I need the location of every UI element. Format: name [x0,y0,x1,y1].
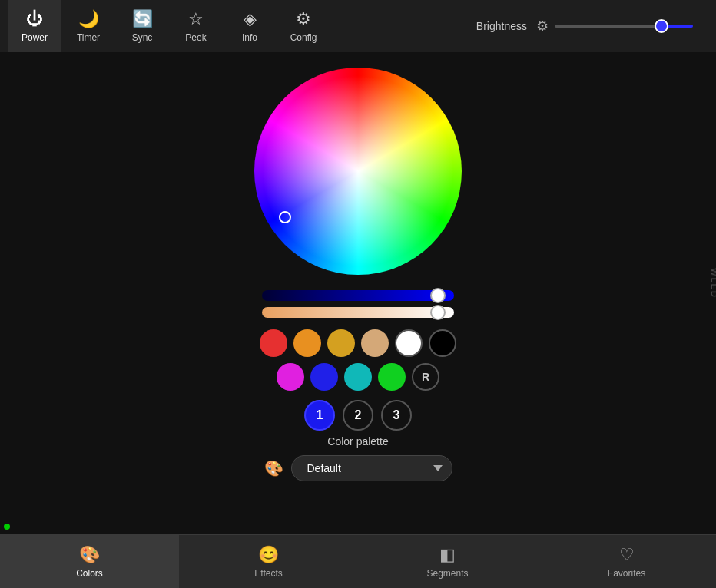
swatch-orange[interactable] [293,329,321,357]
favorites-icon: ♡ [619,545,635,565]
blue-slider[interactable] [262,290,454,301]
palette-num-2[interactable]: 2 [343,400,373,431]
nav-label-peek: Peek [185,32,206,43]
swatch-random[interactable]: R [412,363,439,391]
white-slider[interactable] [262,307,454,318]
config-icon: ⚙ [296,9,311,29]
bottom-nav-label-segments: Segments [426,568,468,579]
bottom-nav-effects[interactable]: 😊 Effects [179,535,358,588]
swatch-teal[interactable] [344,363,372,391]
peek-icon: ☆ [188,9,204,29]
nav-label-config: Config [290,32,317,43]
nav-item-sync[interactable]: 🔄 Sync [115,0,169,52]
color-wheel-container[interactable] [254,68,462,275]
color-swatches: R [260,329,456,391]
nav-label-sync: Sync [132,32,153,43]
bottom-nav-label-colors: Colors [76,568,103,579]
nav-label-power: Power [22,32,48,43]
palette-color-icon: 🎨 [264,459,283,477]
colors-icon: 🎨 [79,545,100,565]
wled-label: WLED [710,268,716,299]
swatch-row-1 [260,329,456,357]
sliders-section [262,290,454,318]
swatch-red[interactable] [260,329,287,357]
color-wheel[interactable] [254,68,462,275]
segments-icon: ◧ [439,545,456,565]
nav-item-info[interactable]: ◈ Info [223,0,277,52]
swatch-magenta[interactable] [277,363,304,391]
bottom-nav-label-favorites: Favorites [608,568,645,579]
bottom-nav: 🎨 Colors 😊 Effects ◧ Segments ♡ Favorite… [0,534,716,588]
palette-num-1[interactable]: 1 [304,400,335,431]
brightness-slider[interactable] [555,25,693,28]
palette-label: Color palette [327,435,388,448]
swatch-row-2: R [277,363,439,391]
swatch-dark-yellow[interactable] [327,329,355,357]
nav-item-timer[interactable]: 🌙 Timer [61,0,115,52]
nav-item-power[interactable]: ⏻ Power [8,0,61,52]
swatch-green[interactable] [378,363,406,391]
bottom-nav-label-effects: Effects [254,568,282,579]
palette-num-3[interactable]: 3 [381,400,412,431]
palette-dropdown-row: 🎨 Default * Color 1 * Colors 1&2 * Color… [264,455,452,481]
brightness-slider-wrap: ⚙ [536,18,693,35]
swatch-blue[interactable] [310,363,338,391]
top-nav: ⏻ Power 🌙 Timer 🔄 Sync ☆ Peek ◈ Info ⚙ C… [0,0,716,52]
effects-icon: 😊 [258,545,279,565]
nav-item-config[interactable]: ⚙ Config [277,0,330,52]
brightness-section: Brightness ⚙ [476,18,708,35]
palette-select[interactable]: Default * Color 1 * Colors 1&2 * Color G… [291,455,452,481]
color-wheel-picker[interactable] [279,211,291,223]
sync-icon: 🔄 [132,9,153,29]
info-icon: ◈ [244,9,257,29]
bottom-nav-segments[interactable]: ◧ Segments [358,535,537,588]
bottom-nav-favorites[interactable]: ♡ Favorites [537,535,716,588]
swatch-white[interactable] [395,329,423,357]
brightness-icon: ⚙ [536,18,549,35]
green-dot [4,524,10,530]
nav-item-peek[interactable]: ☆ Peek [169,0,223,52]
palette-numbers: 1 2 3 [304,400,412,431]
nav-label-info: Info [242,32,257,43]
brightness-label: Brightness [476,20,527,32]
nav-label-timer: Timer [77,32,100,43]
swatch-peach[interactable] [361,329,389,357]
power-icon: ⏻ [26,9,43,29]
timer-icon: 🌙 [78,9,99,29]
swatch-black[interactable] [429,329,456,357]
bottom-nav-colors[interactable]: 🎨 Colors [0,535,179,588]
main-content: R 1 2 3 Color palette 🎨 Default * Color … [0,52,716,534]
